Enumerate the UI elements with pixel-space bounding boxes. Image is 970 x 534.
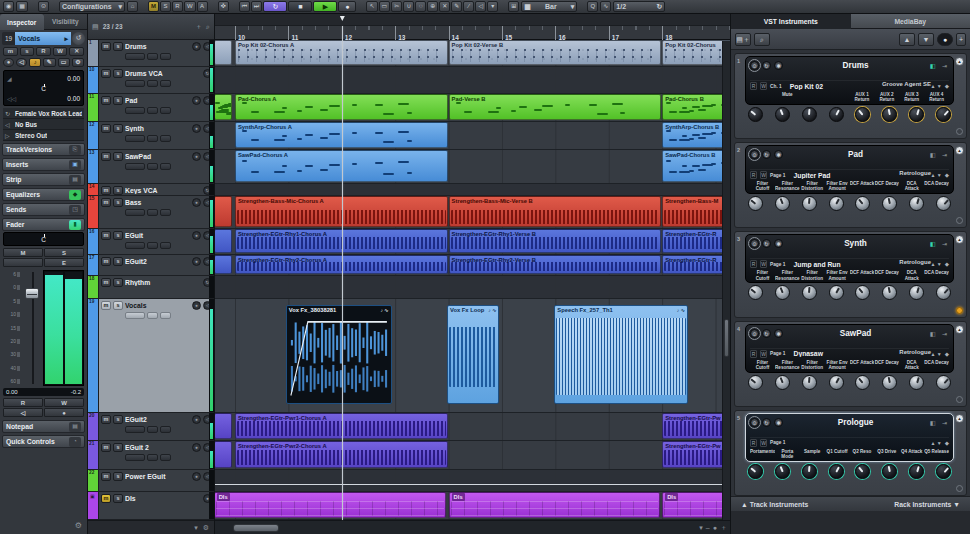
clip-fragment[interactable] xyxy=(215,229,232,253)
midi-input-indicator[interactable] xyxy=(125,426,145,433)
freeze-button[interactable] xyxy=(147,80,158,87)
section-fader[interactable]: Fader▮ xyxy=(2,218,85,231)
clip-strengthen-bass-m[interactable]: Strengthen-Bass-M xyxy=(662,196,730,227)
clip-strengthen-egtr-r[interactable]: Strengthen-EGtr-R xyxy=(662,255,730,274)
output-activity-icon[interactable]: ◧ xyxy=(928,330,937,337)
output-activity-icon[interactable]: ◧ xyxy=(928,240,937,247)
freeze-button[interactable] xyxy=(147,242,158,249)
output-routing-icon[interactable]: ⇥ xyxy=(940,62,949,69)
freeze-button[interactable] xyxy=(147,312,158,319)
freeze-button[interactable] xyxy=(147,53,158,60)
clip-pad-chorus-b[interactable]: Pad-Chorus B xyxy=(662,94,730,120)
lock-button[interactable] xyxy=(160,163,171,170)
lane-eguit2[interactable]: Strengthen-EGtr-Rhy2-Chorus AStrengthen-… xyxy=(215,255,730,276)
track-row-vocals[interactable]: 19msVocals●◁ xyxy=(88,299,214,413)
solo-button[interactable]: s xyxy=(20,47,35,56)
mute-button[interactable]: m xyxy=(101,472,111,481)
midi-input-indicator[interactable] xyxy=(125,107,145,114)
ruler-bar-16[interactable]: 16 xyxy=(555,26,565,40)
musical-timebase-icon[interactable]: ♪ xyxy=(29,58,41,67)
solo-button[interactable]: s xyxy=(113,124,123,133)
write-automation-button[interactable]: W xyxy=(760,82,767,90)
clip-dis[interactable]: DIs xyxy=(449,492,660,518)
preset-name[interactable]: Jump and Run xyxy=(788,261,927,268)
knob-q4-attack[interactable] xyxy=(909,464,924,479)
knob-mute[interactable] xyxy=(775,107,790,122)
power-icon[interactable]: ⊙ xyxy=(750,61,759,70)
mute-tool[interactable]: ✕ xyxy=(439,1,450,12)
solo-button[interactable]: s xyxy=(113,198,123,207)
clip-fragment[interactable] xyxy=(215,441,232,468)
save-preset-icon[interactable]: ◆ xyxy=(945,83,949,89)
track-preset-row[interactable]: ↻ Female Vox Rock Lead xyxy=(3,108,84,119)
collapse-icon[interactable]: ▲ xyxy=(955,146,964,155)
knob-filter-distortion[interactable] xyxy=(802,285,817,300)
knob-dca-decay[interactable] xyxy=(936,375,951,390)
mute-button[interactable]: m xyxy=(101,124,111,133)
output-routing-icon[interactable]: ⇥ xyxy=(940,419,949,426)
preset-spinner[interactable]: ▲ ▼ xyxy=(930,84,941,88)
track-row-keys-vca[interactable]: 14msKeys VCA↻ xyxy=(88,184,214,196)
knob-dcf-attack[interactable] xyxy=(855,196,870,211)
quantize-wave-icon[interactable]: ∿ xyxy=(600,1,611,12)
mute-button[interactable]: m xyxy=(101,198,111,207)
preset-spinner[interactable]: ▲ ▼ xyxy=(930,173,941,177)
section-strip[interactable]: Strip▤ xyxy=(2,173,85,186)
knob-dcf-decay[interactable] xyxy=(882,196,897,211)
clip-strengthen-egtr-pw[interactable]: Strengthen-EGtr-Pw xyxy=(662,441,730,468)
chevron-down-icon[interactable]: ▾ xyxy=(699,524,703,532)
ruler-bar-10[interactable]: 10 xyxy=(235,26,245,40)
mute-button[interactable]: m xyxy=(3,47,18,56)
lock-button[interactable] xyxy=(160,107,171,114)
solo-button[interactable]: s xyxy=(113,152,123,161)
track-list-menu-icon[interactable]: ▤ xyxy=(92,23,99,31)
ruler-bar-13[interactable]: 13 xyxy=(395,26,405,40)
tab-inspector[interactable]: Inspector xyxy=(0,14,44,30)
tab-vst-instruments[interactable]: VST Instruments xyxy=(731,14,851,29)
preset-spinner[interactable]: ▲ ▼ xyxy=(930,441,941,445)
solo-button[interactable]: s xyxy=(113,257,123,266)
knob-3[interactable] xyxy=(829,107,844,122)
midi-activity-icon[interactable] xyxy=(956,307,963,314)
lane-vocals[interactable]: Vox Fx_38038281♪ ∿Vox Fx Loop♪ ∿Speech F… xyxy=(215,299,730,413)
edit-instrument-icon[interactable]: ↻ xyxy=(762,418,771,427)
read-button[interactable]: R xyxy=(3,398,43,407)
output-activity-icon[interactable]: ◧ xyxy=(928,419,937,426)
track-row-rhythm[interactable]: 18msRhythm↻ xyxy=(88,276,214,299)
record-enable-icon[interactable]: ● xyxy=(192,198,201,207)
output-routing-icon[interactable]: ⇥ xyxy=(940,151,949,158)
record-enable-icon[interactable]: ● xyxy=(192,231,201,240)
record-enable-icon[interactable]: ● xyxy=(192,124,201,133)
record-enable-icon[interactable]: ● xyxy=(192,96,201,105)
track-row-eguit2[interactable]: 17msEGuit2●◁ xyxy=(88,255,214,276)
clip-fragment[interactable] xyxy=(215,255,232,274)
knob-filter-cutoff[interactable] xyxy=(748,375,763,390)
write-automation-button[interactable]: W xyxy=(760,439,767,447)
rack-item-prologue[interactable]: 5⊙↻✱Prologue◧⇥RWPage 1▲ ▼◆PortamentoPort… xyxy=(734,410,967,496)
save-preset-icon[interactable]: ◆ xyxy=(945,172,949,178)
knob-q3-drive[interactable] xyxy=(882,464,897,479)
auto-scroll-icon[interactable]: ✜ xyxy=(218,1,229,12)
slot-option-icon[interactable] xyxy=(956,217,963,224)
edit-channel-button[interactable]: ↺ xyxy=(72,32,85,45)
knob-filter-resonance[interactable] xyxy=(775,285,790,300)
read-automation-button[interactable]: R xyxy=(750,82,757,90)
clip-pad-verse-b[interactable]: Pad-Verse B xyxy=(449,94,662,120)
auto-fades-button[interactable]: ✕ xyxy=(69,47,84,56)
write-automation-button[interactable]: W xyxy=(760,350,767,358)
chevron-down-icon[interactable]: ▾ xyxy=(194,524,198,532)
solo-button[interactable]: s xyxy=(113,69,123,78)
lock-button[interactable] xyxy=(160,426,171,433)
clip-dis[interactable]: DIs xyxy=(215,492,446,518)
cycle-button[interactable]: ↻ xyxy=(263,1,287,12)
write-automation-button[interactable]: W xyxy=(760,260,767,268)
freeze-icon[interactable]: ✱ xyxy=(774,150,783,159)
output-activity-icon[interactable]: ◧ xyxy=(928,151,937,158)
freeze-button[interactable] xyxy=(147,135,158,142)
fader-volume-value[interactable]: 0.00 xyxy=(6,389,18,395)
knob-filter-env-amount[interactable] xyxy=(829,285,844,300)
midi-input-indicator[interactable] xyxy=(125,80,145,87)
mute-button[interactable]: m xyxy=(101,69,111,78)
quantize-q-button[interactable]: Q xyxy=(587,1,598,12)
object-selection-tool[interactable]: ↖ xyxy=(366,1,377,12)
